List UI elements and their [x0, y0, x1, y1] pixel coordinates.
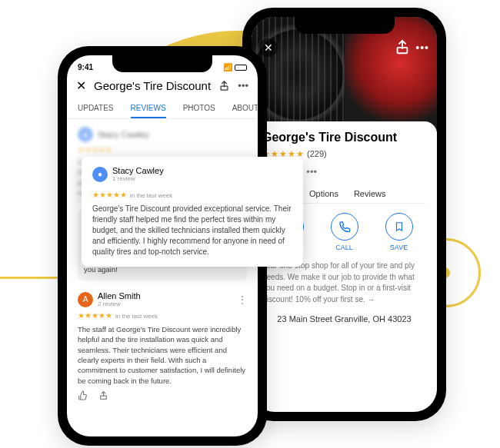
review-popup: ••• ● Stacy Cawley 1 review ★★★★★in the … [82, 157, 303, 267]
call-button[interactable]: CALL [331, 213, 358, 251]
tab-photos[interactable]: PHOTOS [183, 99, 215, 118]
star-icon: ★★★★★ [78, 311, 112, 320]
tab-reviews[interactable]: REVIEWS [131, 99, 166, 118]
tab-reviews[interactable]: Reviews [354, 189, 386, 198]
business-description: your one-stop shop for all of your tire … [262, 261, 426, 305]
more-icon[interactable]: ••• [306, 166, 317, 178]
avatar: ● [78, 127, 93, 142]
star-icon: ★★★★★ [92, 191, 127, 199]
avatar: A [78, 292, 93, 307]
business-address: 23 Main Street Granville, OH 43023 [262, 314, 426, 324]
share-icon[interactable] [394, 38, 411, 55]
reviewer-sub: 2 review [98, 300, 141, 307]
tab-options[interactable]: Options [309, 189, 338, 198]
tab-updates[interactable]: UPDATES [78, 99, 114, 118]
more-icon[interactable]: ••• [415, 41, 429, 54]
review-time: in the last week [130, 192, 172, 199]
review-time: in the last week [115, 313, 158, 320]
page-title: George's Tire Discount [94, 79, 211, 92]
tab-about[interactable]: ABOUT [232, 99, 258, 118]
phone-icon [331, 213, 358, 241]
more-icon[interactable]: ⋮ [238, 294, 247, 305]
hero-image: ✕ ••• [252, 17, 437, 132]
signal-icon: 📶 [223, 63, 232, 71]
battery-icon [235, 65, 247, 71]
more-icon[interactable]: ••• [238, 80, 248, 91]
rating-count: (229) [307, 149, 327, 158]
like-icon[interactable] [78, 390, 88, 400]
business-name: George's Tire Discount [262, 131, 426, 144]
reviewer-name: Allen Smith [98, 291, 141, 300]
save-button[interactable]: SAVE [385, 213, 413, 251]
bookmark-icon [385, 213, 413, 241]
close-icon[interactable]: ✕ [259, 38, 278, 57]
review-body: The staff at George's Tire Discount were… [78, 324, 247, 386]
share-icon[interactable] [218, 80, 230, 91]
reviewer-sub: 1 review [112, 175, 164, 182]
reviewer-name: Stacy Cawley [112, 166, 164, 175]
avatar: ● [92, 167, 108, 182]
status-time: 9:41 [78, 63, 93, 71]
share-icon[interactable] [98, 390, 108, 400]
review-body: George's Tire Discount provided exceptio… [92, 204, 292, 257]
close-icon[interactable]: ✕ [76, 78, 86, 93]
review-card: A Allen Smith 2 review ⋮ ★★★★★in the las… [78, 291, 247, 400]
